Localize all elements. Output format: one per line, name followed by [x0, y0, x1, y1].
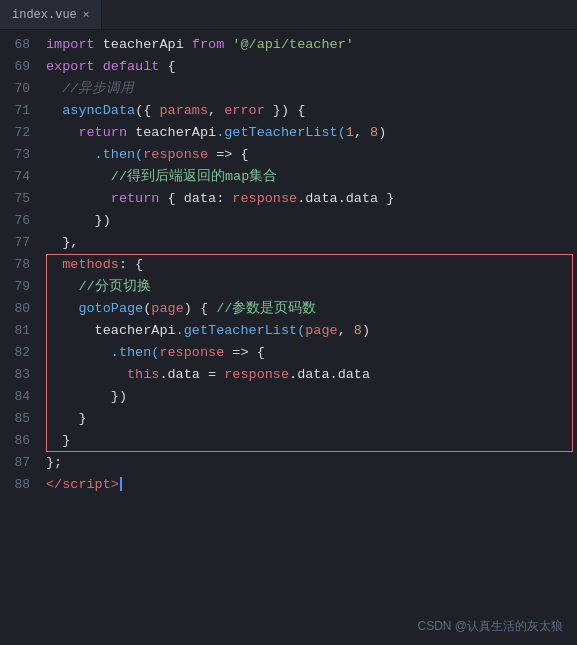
code-line: 81 teacherApi.getTeacherList(page, 8) [0, 320, 577, 342]
code-line: 85 } [0, 408, 577, 430]
code-line: 74 //得到后端返回的map集合 [0, 166, 577, 188]
line-content: teacherApi.getTeacherList(page, 8) [42, 320, 577, 342]
line-content: gotoPage(page) { //参数是页码数 [42, 298, 577, 320]
line-content: .then(response => { [42, 144, 577, 166]
code-line: 84 }) [0, 386, 577, 408]
line-number: 79 [0, 276, 42, 298]
line-content: //异步调用 [42, 78, 577, 100]
line-number: 80 [0, 298, 42, 320]
code-line: 77 }, [0, 232, 577, 254]
watermark: CSDN @认真生活的灰太狼 [417, 618, 563, 635]
code-line: 82 .then(response => { [0, 342, 577, 364]
line-content: </script> [42, 474, 577, 496]
line-content: this.data = response.data.data [42, 364, 577, 386]
code-line: 69export default { [0, 56, 577, 78]
line-number: 77 [0, 232, 42, 254]
tab-filename: index.vue [12, 8, 77, 22]
line-number: 74 [0, 166, 42, 188]
code-line: 86 } [0, 430, 577, 452]
line-number: 84 [0, 386, 42, 408]
line-content: .then(response => { [42, 342, 577, 364]
line-number: 68 [0, 34, 42, 56]
line-number: 83 [0, 364, 42, 386]
line-number: 87 [0, 452, 42, 474]
code-line: 71 asyncData({ params, error }) { [0, 100, 577, 122]
editor-tab[interactable]: index.vue × [0, 0, 102, 29]
line-content: return teacherApi.getTeacherList(1, 8) [42, 122, 577, 144]
line-number: 81 [0, 320, 42, 342]
line-number: 88 [0, 474, 42, 496]
line-number: 76 [0, 210, 42, 232]
code-line: 78 methods: { [0, 254, 577, 276]
line-content: }) [42, 386, 577, 408]
tab-close-icon[interactable]: × [83, 9, 90, 21]
code-area: 68import teacherApi from '@/api/teacher'… [0, 30, 577, 496]
line-content: }) [42, 210, 577, 232]
line-content: } [42, 408, 577, 430]
code-line: 76 }) [0, 210, 577, 232]
line-content: return { data: response.data.data } [42, 188, 577, 210]
line-content: import teacherApi from '@/api/teacher' [42, 34, 577, 56]
code-line: 72 return teacherApi.getTeacherList(1, 8… [0, 122, 577, 144]
code-line: 83 this.data = response.data.data [0, 364, 577, 386]
code-line: 88</script> [0, 474, 577, 496]
editor-container: index.vue × 68import teacherApi from '@/… [0, 0, 577, 645]
line-number: 82 [0, 342, 42, 364]
line-content: }, [42, 232, 577, 254]
code-line: 68import teacherApi from '@/api/teacher' [0, 34, 577, 56]
code-line: 80 gotoPage(page) { //参数是页码数 [0, 298, 577, 320]
code-line: 87}; [0, 452, 577, 474]
line-content: asyncData({ params, error }) { [42, 100, 577, 122]
line-number: 78 [0, 254, 42, 276]
line-number: 69 [0, 56, 42, 78]
line-content: //分页切换 [42, 276, 577, 298]
tab-bar: index.vue × [0, 0, 577, 30]
line-content: }; [42, 452, 577, 474]
code-line: 70 //异步调用 [0, 78, 577, 100]
code-line: 75 return { data: response.data.data } [0, 188, 577, 210]
line-number: 75 [0, 188, 42, 210]
line-number: 72 [0, 122, 42, 144]
line-number: 85 [0, 408, 42, 430]
code-line: 79 //分页切换 [0, 276, 577, 298]
line-number: 73 [0, 144, 42, 166]
line-content: } [42, 430, 577, 452]
line-number: 71 [0, 100, 42, 122]
line-number: 70 [0, 78, 42, 100]
line-number: 86 [0, 430, 42, 452]
line-content: //得到后端返回的map集合 [42, 166, 577, 188]
code-line: 73 .then(response => { [0, 144, 577, 166]
line-content: export default { [42, 56, 577, 78]
line-content: methods: { [42, 254, 577, 276]
